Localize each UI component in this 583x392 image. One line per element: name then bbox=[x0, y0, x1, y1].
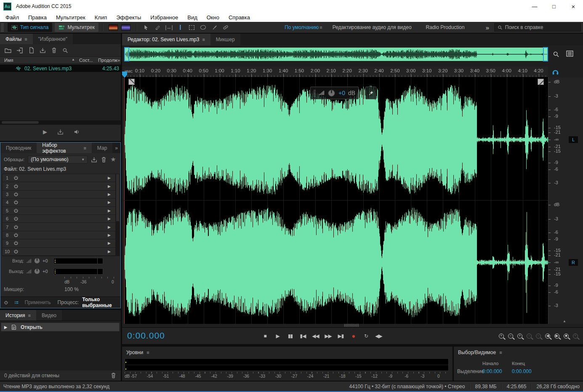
hud-gain-knob[interactable] bbox=[327, 89, 335, 97]
horizontal-scrollbar[interactable] bbox=[0, 120, 121, 124]
effect-slot-row[interactable]: 8▶ bbox=[3, 231, 115, 239]
effect-slot-field[interactable] bbox=[20, 215, 108, 222]
effect-power-icon[interactable] bbox=[12, 249, 20, 254]
hud-grip[interactable] bbox=[314, 89, 316, 97]
effect-slot-field[interactable] bbox=[20, 182, 108, 190]
toolbar-overflow-chevron[interactable]: » bbox=[486, 24, 489, 31]
zoom-reset-button[interactable]: − bbox=[536, 331, 541, 341]
menu-item[interactable]: Вид bbox=[183, 13, 202, 22]
effect-slot-field[interactable] bbox=[20, 207, 108, 215]
effect-slot-row[interactable]: 2▶ bbox=[3, 182, 115, 190]
play-button[interactable]: ▶ bbox=[273, 331, 282, 341]
effect-slot-field[interactable] bbox=[20, 239, 108, 247]
column-status[interactable]: Сост... bbox=[79, 58, 93, 63]
skip-to-end-button[interactable]: ▶▮ bbox=[336, 331, 346, 341]
zoom-out-time-button[interactable]: − bbox=[527, 331, 532, 341]
ibeam-selection-tool-button[interactable]: Ⅰ bbox=[175, 23, 186, 32]
spectral-pitch-button[interactable] bbox=[121, 24, 130, 31]
history-item-open[interactable]: ▶ Открыть bbox=[1, 323, 120, 331]
open-file-icon[interactable] bbox=[5, 47, 11, 54]
selection-end-value[interactable]: 0:00.000 bbox=[512, 368, 532, 374]
zoom-in-amplitude-button[interactable]: + bbox=[499, 331, 504, 341]
brush-selection-tool-button[interactable] bbox=[209, 23, 220, 32]
effect-slot-arrow-icon[interactable]: ▶ bbox=[108, 217, 115, 221]
toolbar-grip[interactable] bbox=[1, 23, 4, 32]
apply-button[interactable]: Применить bbox=[25, 299, 51, 305]
panel-menu-icon[interactable]: ≡ bbox=[24, 37, 27, 42]
rewind-button[interactable]: ◀◀ bbox=[311, 331, 320, 341]
headphones-monitor-icon[interactable] bbox=[551, 68, 559, 75]
menu-item[interactable]: Эффекты bbox=[112, 13, 146, 22]
tab-explorer[interactable]: Проводник bbox=[0, 143, 37, 153]
new-file-icon[interactable] bbox=[28, 47, 35, 53]
fast-forward-button[interactable]: ▶▶ bbox=[323, 331, 333, 341]
workspace-audio-for-video-button[interactable]: Редактирование аудио для видео bbox=[328, 24, 416, 30]
close-button[interactable]: × bbox=[564, 0, 583, 13]
razor-tool-button[interactable] bbox=[152, 23, 163, 32]
history-list[interactable]: ▶ Открыть bbox=[0, 320, 121, 371]
spectral-frequency-button[interactable] bbox=[109, 24, 118, 31]
effect-power-icon[interactable] bbox=[12, 241, 20, 246]
effect-slot-row[interactable]: 4▶ bbox=[3, 199, 115, 207]
tab-files[interactable]: Файлы ≡ bbox=[0, 34, 33, 44]
effect-power-icon[interactable] bbox=[12, 225, 20, 230]
amplitude-ruler[interactable]: L R ▲ dB-3-3-6-6-9-9-15-15-21-21-∞◄dB-3-… bbox=[548, 77, 583, 324]
record-button[interactable]: ● bbox=[349, 331, 358, 341]
scrollbar-thumb[interactable] bbox=[116, 174, 119, 221]
skip-selection-button[interactable]: ◀▶ bbox=[374, 331, 383, 341]
tab-history[interactable]: История ≡ bbox=[0, 310, 36, 320]
import-file-icon[interactable] bbox=[16, 47, 23, 54]
preset-dropdown[interactable]: (По умолчанию) ▼ bbox=[28, 156, 88, 164]
zoom-to-selection-button[interactable]: ■ bbox=[564, 331, 569, 341]
channel-right-badge[interactable]: R bbox=[569, 259, 578, 266]
effect-slot-field[interactable] bbox=[20, 174, 108, 182]
stop-button[interactable]: ■ bbox=[260, 331, 270, 341]
effect-slot-row[interactable]: 5▶ bbox=[3, 207, 115, 215]
effect-slot-arrow-icon[interactable]: ▶ bbox=[108, 241, 115, 245]
tab-mixer[interactable]: Микшер bbox=[210, 34, 240, 45]
effect-slot-field[interactable] bbox=[20, 231, 108, 239]
effect-slot-arrow-icon[interactable]: ▶ bbox=[108, 233, 115, 237]
preset-list-icon[interactable] bbox=[14, 299, 19, 306]
tab-markers[interactable]: Мар bbox=[92, 143, 112, 153]
help-search-box[interactable] bbox=[494, 23, 581, 32]
panel-menu-icon[interactable]: ≡ bbox=[202, 37, 205, 42]
effect-power-icon[interactable] bbox=[12, 184, 20, 189]
lasso-selection-tool-button[interactable] bbox=[198, 23, 208, 32]
effect-power-icon[interactable] bbox=[12, 200, 20, 205]
save-preset-icon[interactable] bbox=[91, 156, 97, 163]
panel-menu-icon[interactable]: ≡ bbox=[83, 146, 86, 151]
menu-item[interactable]: Избранное bbox=[146, 13, 183, 22]
tab-video[interactable]: Видео bbox=[36, 310, 62, 320]
effect-slot-field[interactable] bbox=[20, 191, 108, 198]
zoom-out-amplitude-button[interactable]: − bbox=[508, 331, 513, 341]
panel-menu-icon[interactable]: ≡ bbox=[499, 350, 502, 355]
effect-slot-arrow-icon[interactable]: ▶ bbox=[108, 249, 115, 254]
tab-editor[interactable]: Редактор: 02. Seven Lives.mp3 ≡ bbox=[122, 34, 210, 45]
input-gain-knob[interactable] bbox=[34, 257, 40, 264]
loop-preview-button[interactable] bbox=[57, 129, 64, 135]
effect-power-icon[interactable] bbox=[12, 233, 20, 238]
effect-slot-field[interactable] bbox=[20, 199, 108, 206]
multitrack-view-button[interactable]: Мультитрек bbox=[55, 23, 98, 32]
marquee-selection-tool-button[interactable] bbox=[186, 23, 197, 32]
menu-item[interactable]: Справка bbox=[224, 13, 255, 22]
menu-item[interactable]: Файл bbox=[1, 13, 24, 22]
waveform-overview[interactable] bbox=[124, 47, 548, 61]
effects-scrollbar[interactable] bbox=[116, 174, 120, 256]
overview-zoom-icon[interactable] bbox=[553, 51, 559, 58]
rack-power-button[interactable] bbox=[4, 299, 8, 306]
workspace-radio-production-button[interactable]: Radio Production bbox=[422, 24, 469, 30]
trash-icon[interactable] bbox=[51, 47, 57, 53]
menu-item[interactable]: Клип bbox=[90, 13, 112, 22]
time-selection-tool-button[interactable]: |↔| bbox=[164, 23, 174, 32]
time-display[interactable]: 0:00.000 bbox=[127, 331, 165, 341]
auto-play-speaker-button[interactable] bbox=[74, 129, 80, 135]
menu-item[interactable]: Мультитрек bbox=[51, 13, 90, 22]
effect-slot-row[interactable]: 3▶ bbox=[3, 191, 115, 199]
fade-in-handle[interactable] bbox=[128, 79, 135, 85]
hud-pin-button[interactable] bbox=[365, 87, 376, 99]
panel-menu-icon[interactable]: ≡ bbox=[146, 350, 149, 355]
maximize-button[interactable]: □ bbox=[544, 0, 564, 13]
waveform-splitter-handle[interactable] bbox=[344, 324, 359, 327]
